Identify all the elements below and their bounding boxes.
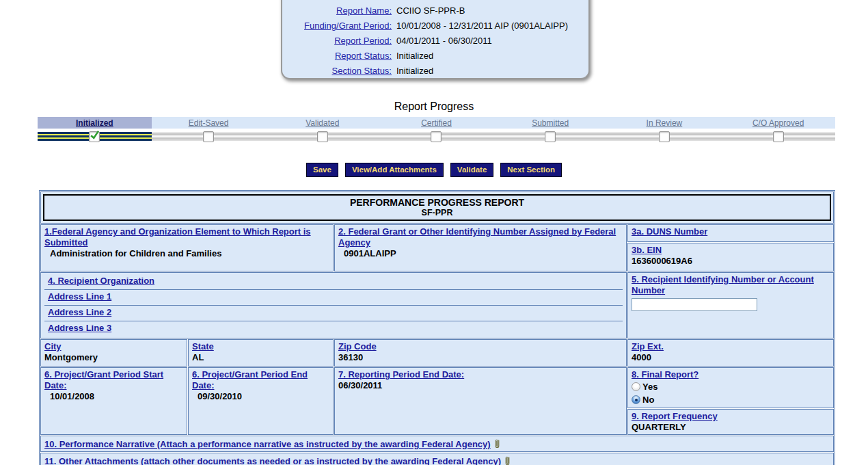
save-button[interactable]: Save [306, 163, 338, 177]
field-7-cell: 7. Reporting Period End Date: 06/30/2011 [334, 367, 627, 435]
zip-ext-value: 4000 [632, 352, 830, 363]
zip-code-value: 36130 [338, 352, 623, 363]
stage-checkbox[interactable] [773, 131, 784, 142]
field-1-value: Administration for Children and Families [44, 248, 329, 259]
report-info-box: Report Name: CCIIO SF-PPR-B Funding/Gran… [281, 0, 590, 79]
toolbar: Save View/Add Attachments Validate Next … [0, 163, 868, 177]
stage-edit-saved[interactable]: Edit-Saved [152, 117, 266, 129]
recipient-identifying-number-input[interactable] [632, 298, 757, 311]
radio-yes-label: Yes [642, 382, 657, 392]
field-1-label[interactable]: 1.Federal Agency and Organization Elemen… [44, 226, 329, 248]
field-10-label[interactable]: 10. Performance Narrative (Attach a perf… [44, 439, 491, 449]
stage-label[interactable]: Submitted [532, 118, 569, 128]
stage-validated[interactable]: Validated [265, 117, 379, 129]
field-9-label[interactable]: 9. Report Frequency [632, 411, 830, 422]
stage-checkbox[interactable] [431, 131, 442, 142]
field-6-start-value: 10/01/2008 [44, 391, 183, 402]
report-period-value: 04/01/2011 - 06/30/2011 [396, 36, 588, 46]
paperclip-icon[interactable] [493, 438, 501, 449]
zip-ext-label[interactable]: Zip Ext. [632, 341, 830, 352]
report-period-label[interactable]: Report Period: [282, 36, 392, 46]
stage-label[interactable]: Initialized [76, 118, 113, 128]
address-line-2-label[interactable]: Address Line 2 [44, 306, 623, 321]
report-name-label[interactable]: Report Name: [282, 5, 392, 16]
field-2-cell: 2. Federal Grant or Other Identifying Nu… [334, 224, 627, 271]
field-7-label[interactable]: 7. Reporting Period End Date: [338, 369, 623, 380]
section-status-value: Initialized [396, 66, 588, 76]
validate-button[interactable]: Validate [450, 163, 493, 177]
funding-grant-period-value: 10/01/2008 - 12/31/2011 AIP (0901ALAIPP) [396, 21, 588, 31]
state-label[interactable]: State [192, 341, 329, 352]
info-row: Section Status: Initialized [282, 63, 588, 78]
progress-track [38, 132, 835, 141]
field-9-cell: 9. Report Frequency QUARTERLY [627, 409, 834, 435]
paperclip-icon[interactable] [504, 455, 511, 465]
stage-label[interactable]: In Review [647, 118, 683, 128]
address-line-3-label[interactable]: Address Line 3 [44, 321, 623, 336]
stage-co-approved[interactable]: C/O Approved [721, 117, 835, 129]
progress-stage-labels: Initialized Edit-Saved Validated Certifi… [38, 117, 835, 129]
field-5-label[interactable]: 5. Recipient Identifying Number or Accou… [632, 274, 830, 296]
radio-yes[interactable] [632, 382, 640, 391]
view-add-attachments-button[interactable]: View/Add Attachments [345, 163, 444, 177]
stage-label[interactable]: Certified [421, 118, 452, 128]
field-6-end-label[interactable]: 6. Project/Grant Period End Date: [192, 369, 329, 391]
stage-checkbox[interactable] [659, 131, 670, 142]
final-report-no-option[interactable]: No [632, 393, 830, 406]
field-6-start-label[interactable]: 6. Project/Grant Period Start Date: [44, 369, 183, 391]
field-4-label[interactable]: 4. Recipient Organization [44, 274, 623, 290]
radio-no[interactable] [632, 395, 640, 404]
zip-ext-cell: Zip Ext. 4000 [627, 339, 834, 367]
next-section-button[interactable]: Next Section [500, 163, 562, 177]
address-line-1-label[interactable]: Address Line 1 [44, 290, 623, 306]
report-name-value: CCIIO SF-PPR-B [396, 5, 588, 16]
field-2-label[interactable]: 2. Federal Grant or Other Identifying Nu… [338, 226, 623, 248]
stage-initialized[interactable]: Initialized [38, 117, 152, 129]
field-11-cell: 11. Other Attachments (attach other docu… [40, 453, 834, 465]
field-3b-label[interactable]: 3b. EIN [632, 245, 830, 256]
field-8-label[interactable]: 8. Final Report? [632, 369, 830, 380]
city-cell: City Montgomery [40, 339, 187, 367]
funding-grant-period-label[interactable]: Funding/Grant Period: [282, 21, 392, 31]
stage-checkbox[interactable] [317, 131, 328, 142]
stage-label[interactable]: Validated [306, 118, 339, 128]
field-3a-label[interactable]: 3a. DUNS Number [632, 226, 830, 237]
stage-certified[interactable]: Certified [379, 117, 493, 129]
city-label[interactable]: City [44, 341, 183, 352]
stage-label[interactable]: C/O Approved [752, 118, 804, 128]
field-11-label[interactable]: 11. Other Attachments (attach other docu… [44, 456, 501, 465]
state-value: AL [192, 352, 329, 363]
stage-in-review[interactable]: In Review [608, 117, 722, 129]
field-3b-value: 1636000619A6 [632, 256, 830, 267]
info-row: Report Status: Initialized [282, 48, 588, 63]
info-row: Report Period: 04/01/2011 - 06/30/2011 [282, 33, 588, 48]
field-3a-cell: 3a. DUNS Number [627, 224, 834, 242]
recipient-organization-cell: 4. Recipient Organization Address Line 1… [40, 272, 627, 338]
form-title: PERFORMANCE PROGRESS REPORT [44, 197, 830, 208]
field-8-cell: 8. Final Report? Yes No [627, 367, 834, 408]
zip-code-cell: Zip Code 36130 [334, 339, 627, 367]
report-progress-title: Report Progress [0, 101, 868, 113]
section-status-label[interactable]: Section Status: [282, 66, 392, 76]
info-row: Funding/Grant Period: 10/01/2008 - 12/31… [282, 18, 588, 33]
stage-checkbox[interactable] [545, 131, 556, 142]
stage-checkbox[interactable] [203, 131, 214, 142]
zip-code-label[interactable]: Zip Code [338, 341, 623, 352]
state-cell: State AL [188, 339, 334, 367]
final-report-yes-option[interactable]: Yes [632, 380, 830, 393]
form-title-box: PERFORMANCE PROGRESS REPORT SF-PPR [43, 194, 831, 221]
field-6-end-value: 09/30/2010 [192, 391, 329, 402]
radio-no-label: No [642, 395, 654, 405]
stage-label[interactable]: Edit-Saved [189, 118, 229, 128]
info-row: Report Name: CCIIO SF-PPR-B [282, 3, 588, 18]
stage-checkbox[interactable] [89, 131, 100, 142]
field-9-value: QUARTERLY [632, 422, 830, 433]
stage-submitted[interactable]: Submitted [493, 117, 608, 129]
ppr-form: PERFORMANCE PROGRESS REPORT SF-PPR 1.Fed… [39, 190, 835, 465]
city-value: Montgomery [44, 352, 183, 363]
report-status-label[interactable]: Report Status: [282, 51, 392, 61]
field-1-cell: 1.Federal Agency and Organization Elemen… [40, 224, 334, 271]
field-5-cell: 5. Recipient Identifying Number or Accou… [627, 272, 834, 338]
field-6-end-cell: 6. Project/Grant Period End Date: 09/30/… [188, 367, 334, 435]
form-subtitle: SF-PPR [44, 208, 830, 217]
